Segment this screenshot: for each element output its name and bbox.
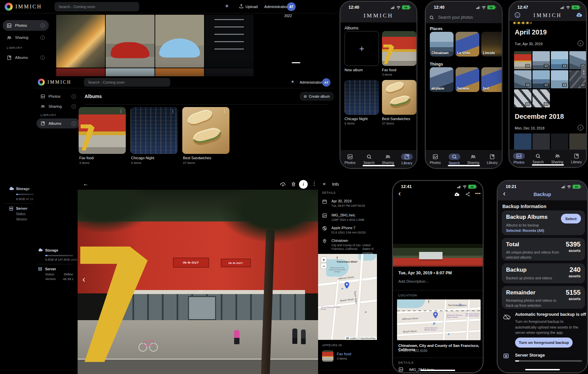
map-zoom-in-button[interactable]: + xyxy=(321,257,327,263)
photo-viewer[interactable] xyxy=(393,200,483,267)
timeline-scrubber-handle[interactable] xyxy=(292,62,300,63)
info-circle-icon[interactable]: i xyxy=(72,104,76,109)
select-button[interactable]: Select xyxy=(561,214,581,223)
photo-tile[interactable] xyxy=(205,15,254,68)
photo-tile[interactable] xyxy=(532,51,550,69)
photo-tile[interactable] xyxy=(551,133,568,151)
description-input[interactable]: Add Description... xyxy=(398,279,429,283)
appears-in-album-row[interactable]: Fav food 3 items xyxy=(322,350,374,362)
place-tile[interactable]: Chinatown xyxy=(430,32,454,57)
theme-toggle-sun-icon[interactable]: ☀ xyxy=(291,79,295,84)
photo-viewer[interactable]: IN-N-OUT IN-N-OUT 333 ‹ xyxy=(78,190,318,374)
trash-icon[interactable] xyxy=(291,182,296,187)
photo-tile[interactable] xyxy=(532,89,550,107)
search-input[interactable]: Search - Coming soon xyxy=(84,78,170,87)
info-icon-active[interactable]: i xyxy=(299,180,308,189)
sidebar-item-sharing[interactable]: Sharing i xyxy=(36,102,80,111)
nav-search[interactable]: Search xyxy=(528,153,548,164)
photo-tile[interactable] xyxy=(551,51,568,69)
home-indicator[interactable] xyxy=(448,165,480,166)
sidebar-item-albums[interactable]: Albums i xyxy=(36,118,80,128)
select-day-check-icon[interactable]: ✓ xyxy=(578,125,583,130)
back-arrow-icon[interactable]: ← xyxy=(83,181,88,187)
overflow-menu-icon[interactable]: ⋮ xyxy=(312,182,317,185)
photo-tile[interactable] xyxy=(514,51,531,69)
search-input[interactable]: Search your photos xyxy=(429,13,500,22)
photo-tile[interactable] xyxy=(106,68,155,76)
home-indicator[interactable] xyxy=(363,165,395,166)
album-tile[interactable] xyxy=(345,80,379,115)
overflow-menu-icon[interactable]: ••• xyxy=(475,191,481,196)
map-zoom-out-button[interactable]: − xyxy=(321,263,327,269)
info-circle-icon[interactable]: i xyxy=(40,56,45,60)
album-card[interactable]: ⋮ Fav food 3 items xyxy=(79,107,126,166)
nav-photos[interactable]: Photos xyxy=(426,154,445,165)
upload-button[interactable]: Upload xyxy=(246,5,258,9)
home-indicator[interactable] xyxy=(420,370,455,371)
nav-library[interactable]: Library xyxy=(567,153,586,164)
user-avatar[interactable]: AT xyxy=(287,2,296,11)
nav-sharing[interactable]: Sharing xyxy=(548,153,567,164)
select-day-check-icon[interactable]: ✓ xyxy=(578,40,583,46)
photo-tile[interactable] xyxy=(106,15,155,68)
upload-icon[interactable] xyxy=(239,4,244,9)
backup-cloud-icon[interactable] xyxy=(576,12,582,18)
administration-link[interactable]: Administration xyxy=(264,5,289,9)
prev-photo-chevron[interactable]: ‹ xyxy=(82,274,85,285)
album-menu-icon[interactable]: ⋮ xyxy=(171,110,175,113)
sidebar-item-albums[interactable]: Albums i xyxy=(3,53,49,62)
photo-tile[interactable] xyxy=(514,89,531,107)
nav-sharing[interactable]: Sharing xyxy=(379,154,398,165)
info-circle-icon[interactable]: i xyxy=(40,35,45,40)
photo-tile[interactable] xyxy=(56,15,105,68)
place-tile[interactable]: La Vista xyxy=(456,32,479,57)
nav-photos[interactable]: Photos xyxy=(340,154,360,165)
search-input[interactable]: Search - Coming soon xyxy=(55,2,139,11)
photo-tile[interactable] xyxy=(514,70,531,88)
nav-library[interactable]: Library xyxy=(397,154,416,165)
timeline-scrubber-handle[interactable]: ▲ ▼ xyxy=(581,66,587,79)
info-circle-icon[interactable]: i xyxy=(72,94,76,99)
photo-tile[interactable] xyxy=(155,68,204,76)
album-tile[interactable] xyxy=(382,31,416,66)
album-card[interactable]: ⋮ Best Sandwiches 27 items xyxy=(182,107,229,166)
nav-search[interactable]: Search xyxy=(445,154,464,165)
upload-cloud-icon[interactable] xyxy=(454,192,460,197)
location-map[interactable]: The Embarcadero Jefferson Street Jeffers… xyxy=(397,299,481,340)
user-avatar[interactable]: AT xyxy=(322,78,330,87)
photo-tile[interactable] xyxy=(56,68,105,76)
location-map[interactable]: Fishermans Wharf Fishermen's and Seamen'… xyxy=(318,254,377,340)
album-menu-icon[interactable]: ⋮ xyxy=(119,110,123,113)
sidebar-item-photos[interactable]: Photos i xyxy=(36,92,80,101)
home-indicator[interactable] xyxy=(532,164,564,166)
photo-tile[interactable] xyxy=(532,70,550,88)
album-tile[interactable] xyxy=(382,80,416,115)
photo-tile[interactable] xyxy=(551,70,568,88)
close-icon[interactable]: × xyxy=(323,181,326,187)
create-album-button[interactable]: ⊞ Create album xyxy=(300,92,333,100)
info-circle-icon[interactable]: i xyxy=(40,23,45,28)
immich-logo[interactable]: IMMICH xyxy=(38,79,72,86)
sidebar-item-sharing[interactable]: Sharing i xyxy=(3,33,49,42)
thing-tile[interactable]: airplane xyxy=(430,67,454,92)
administration-link[interactable]: Administration xyxy=(300,80,323,84)
nav-sharing[interactable]: Sharing xyxy=(464,154,483,165)
new-album-tile[interactable]: + xyxy=(345,31,379,66)
nav-search[interactable]: Search xyxy=(360,154,379,165)
photo-tile[interactable] xyxy=(514,133,531,151)
back-chevron-icon[interactable]: ‹ xyxy=(398,190,401,197)
photo-tile[interactable] xyxy=(569,133,587,151)
immich-logo[interactable]: IMMICH xyxy=(5,3,42,11)
cloud-download-icon[interactable] xyxy=(280,182,286,187)
album-card[interactable]: ⋮ Chicago Night 5 items xyxy=(130,107,178,166)
photo-tile[interactable] xyxy=(155,15,204,68)
sidebar-item-photos[interactable]: Photos i xyxy=(3,20,49,31)
photo-tile[interactable] xyxy=(205,68,254,76)
photo-tile[interactable] xyxy=(532,133,550,151)
nav-photos[interactable]: Photos xyxy=(509,153,528,164)
info-circle-icon[interactable]: i xyxy=(72,121,76,126)
home-indicator[interactable] xyxy=(525,369,560,370)
theme-toggle-sun-icon[interactable]: ☀ xyxy=(225,3,229,9)
thing-tile[interactable]: bed xyxy=(481,67,503,92)
nav-library[interactable]: Library xyxy=(483,154,502,165)
